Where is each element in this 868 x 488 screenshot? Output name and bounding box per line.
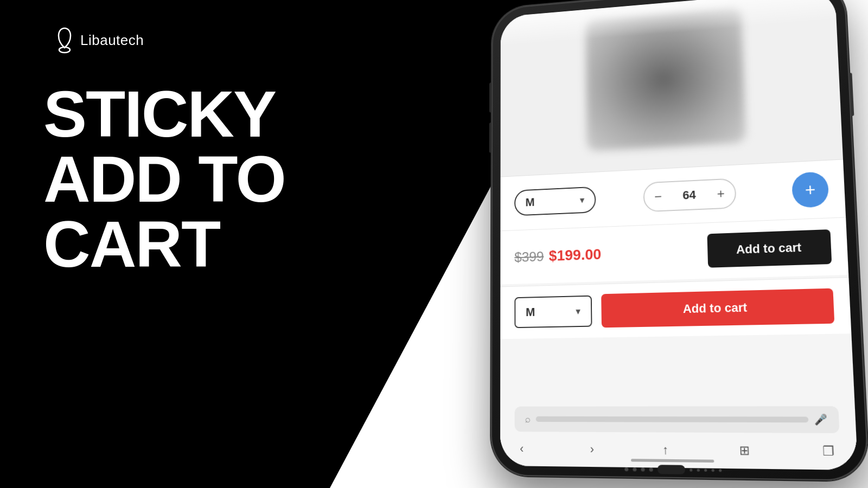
power-button <box>849 73 854 116</box>
speaker-dot-4 <box>649 467 653 471</box>
bottom-dot-2 <box>697 468 699 471</box>
blue-plus-button[interactable]: + <box>792 171 829 208</box>
add-to-cart-dark-button[interactable]: Add to cart <box>707 229 832 268</box>
sticky-size-selector[interactable]: M ▾ <box>514 296 592 328</box>
quantity-control[interactable]: − 64 + <box>643 178 737 212</box>
browser-search-bar[interactable]: ⌕ 🎤 <box>515 406 840 433</box>
logo-area: Libautech <box>54 26 144 54</box>
size-value-top: M <box>525 196 534 210</box>
blue-plus-icon: + <box>805 179 816 200</box>
nav-tabs-icon[interactable]: ❐ <box>822 444 835 459</box>
bottom-dot-4 <box>711 468 714 471</box>
hero-line-3: CART <box>43 211 285 277</box>
mic-icon[interactable]: 🎤 <box>814 413 827 426</box>
nav-book-icon[interactable]: ⊞ <box>739 443 750 458</box>
add-to-cart-red-button[interactable]: Add to cart <box>601 288 834 328</box>
phone-mockup: M ▾ − 64 + + $399 $1 <box>465 0 868 488</box>
sticky-bottom-bar: M ▾ Add to cart <box>500 277 851 339</box>
search-icon: ⌕ <box>525 413 531 425</box>
speaker-dot-2 <box>633 467 636 471</box>
phone-shell: M ▾ − 64 + + $399 $1 <box>491 0 868 481</box>
sale-price: $199.00 <box>549 246 602 265</box>
sticky-size-chevron: ▾ <box>576 305 580 317</box>
nav-back-icon[interactable]: ‹ <box>520 441 524 456</box>
qty-minus-button[interactable]: − <box>644 182 672 211</box>
phone-screen: M ▾ − 64 + + $399 $1 <box>500 0 858 470</box>
bottom-dot-1 <box>690 468 692 471</box>
size-chevron-top: ▾ <box>580 194 585 206</box>
price-area: $399 $199.00 <box>514 246 601 266</box>
qty-plus-button[interactable]: + <box>706 179 736 208</box>
hero-line-2: ADD TO <box>43 146 285 211</box>
hero-line-1: STICKY <box>43 81 285 146</box>
lightning-port <box>657 465 685 474</box>
browser-nav-bar: ‹ › ↑ ⊞ ❐ <box>515 439 841 461</box>
sticky-size-value: M <box>526 305 535 319</box>
qty-value-display: 64 <box>672 188 707 203</box>
bottom-dot-5 <box>718 468 721 471</box>
phone-bottom-hardware <box>590 460 757 480</box>
volume-down-button <box>489 123 492 153</box>
search-bar-placeholder <box>536 416 809 422</box>
libautech-logo-icon <box>54 26 75 54</box>
brand-name: Libautech <box>80 32 144 49</box>
original-price: $399 <box>514 248 544 266</box>
nav-share-icon[interactable]: ↑ <box>662 442 669 457</box>
hero-text-block: STICKY ADD TO CART <box>43 81 285 277</box>
speaker-dot-3 <box>641 467 644 471</box>
bottom-dot-3 <box>704 468 706 471</box>
screen-content: M ▾ − 64 + + $399 $1 <box>500 0 858 470</box>
volume-up-button <box>489 82 492 112</box>
speaker-dot-1 <box>624 467 628 471</box>
nav-forward-icon[interactable]: › <box>590 442 594 457</box>
size-selector-top[interactable]: M ▾ <box>514 187 596 216</box>
